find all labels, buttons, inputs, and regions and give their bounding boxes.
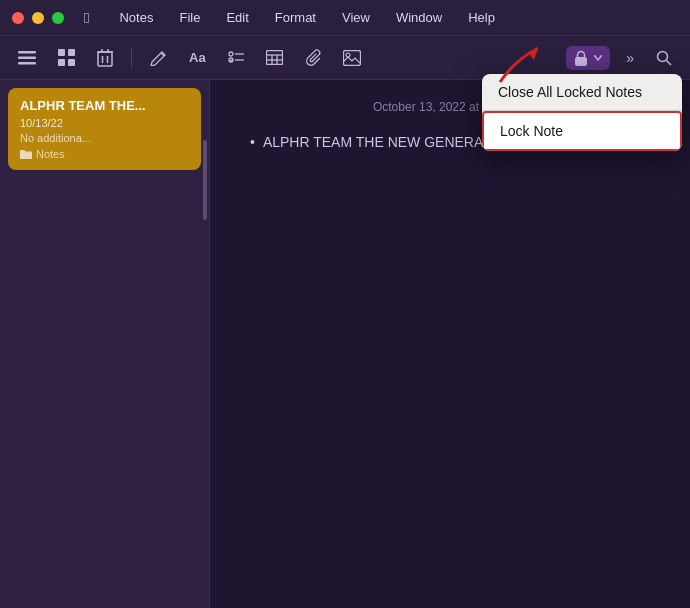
svg-point-26 bbox=[658, 51, 668, 61]
svg-rect-2 bbox=[18, 62, 36, 65]
font-button[interactable]: Aa bbox=[183, 46, 212, 69]
titlebar:  Notes File Edit Format View Window Hel… bbox=[0, 0, 690, 36]
close-button[interactable] bbox=[12, 12, 24, 24]
note-card-preview: No additiona... bbox=[20, 132, 189, 144]
toolbar-divider-1 bbox=[131, 48, 132, 68]
close-all-locked-notes-item[interactable]: Close All Locked Notes bbox=[482, 74, 682, 110]
note-area: October 13, 2022 at 5:22 PM ALPHR TEAM T… bbox=[210, 80, 690, 608]
menu-file[interactable]: File bbox=[175, 8, 204, 27]
menu-notes[interactable]: Notes bbox=[115, 8, 157, 27]
svg-rect-23 bbox=[343, 50, 360, 65]
window-controls bbox=[12, 12, 64, 24]
sidebar-scrollbar[interactable] bbox=[203, 140, 207, 220]
svg-rect-4 bbox=[68, 49, 75, 56]
note-card-folder: Notes bbox=[20, 148, 189, 160]
svg-rect-1 bbox=[18, 56, 36, 59]
svg-rect-5 bbox=[58, 59, 65, 66]
delete-button[interactable] bbox=[91, 45, 119, 71]
attachment-button[interactable] bbox=[299, 45, 327, 70]
minimize-button[interactable] bbox=[32, 12, 44, 24]
svg-line-27 bbox=[667, 60, 672, 65]
checklist-button[interactable] bbox=[222, 46, 250, 70]
menu-bar:  Notes File Edit Format View Window Hel… bbox=[80, 7, 499, 28]
menu-view[interactable]: View bbox=[338, 8, 374, 27]
svg-rect-0 bbox=[18, 51, 36, 54]
list-view-button[interactable] bbox=[12, 47, 42, 69]
search-button[interactable] bbox=[650, 46, 678, 70]
note-card-date: 10/13/22 bbox=[20, 117, 189, 129]
lock-dropdown-menu: Close All Locked Notes Lock Note bbox=[482, 74, 682, 151]
main-content: ALPHR TEAM THE... 10/13/22 No additiona.… bbox=[0, 80, 690, 608]
svg-rect-6 bbox=[68, 59, 75, 66]
svg-point-14 bbox=[229, 52, 233, 56]
note-card[interactable]: ALPHR TEAM THE... 10/13/22 No additiona.… bbox=[8, 88, 201, 170]
image-button[interactable] bbox=[337, 46, 367, 70]
note-card-folder-name: Notes bbox=[36, 148, 65, 160]
svg-rect-25 bbox=[575, 57, 587, 66]
lock-button[interactable] bbox=[566, 46, 610, 70]
svg-rect-18 bbox=[266, 51, 282, 65]
more-button[interactable]: » bbox=[620, 46, 640, 70]
menu-window[interactable]: Window bbox=[392, 8, 446, 27]
lock-note-item[interactable]: Lock Note bbox=[482, 111, 682, 151]
apple-menu[interactable]:  bbox=[80, 7, 93, 28]
note-card-title: ALPHR TEAM THE... bbox=[20, 98, 189, 113]
table-button[interactable] bbox=[260, 46, 289, 69]
sidebar: ALPHR TEAM THE... 10/13/22 No additiona.… bbox=[0, 80, 210, 608]
menu-format[interactable]: Format bbox=[271, 8, 320, 27]
svg-rect-7 bbox=[98, 52, 112, 66]
menu-help[interactable]: Help bbox=[464, 8, 499, 27]
grid-view-button[interactable] bbox=[52, 45, 81, 70]
compose-button[interactable] bbox=[144, 45, 173, 70]
menu-edit[interactable]: Edit bbox=[222, 8, 252, 27]
maximize-button[interactable] bbox=[52, 12, 64, 24]
svg-rect-3 bbox=[58, 49, 65, 56]
